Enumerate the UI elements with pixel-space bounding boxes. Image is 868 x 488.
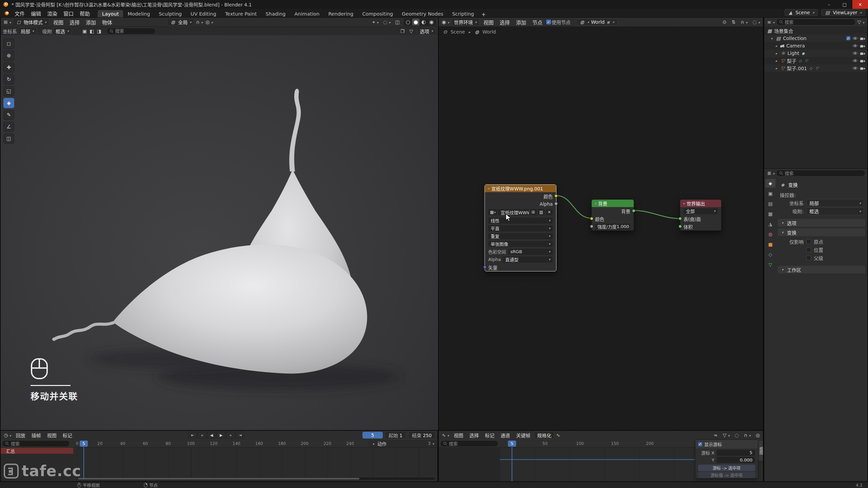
expand-icon[interactable]: ▸ <box>774 52 778 55</box>
graph-playhead[interactable]: 5 <box>508 441 516 447</box>
slot-icon-3[interactable]: ◨ <box>96 28 102 34</box>
workspace-tab[interactable]: Compositing <box>358 10 397 18</box>
close-button[interactable]: ✕ <box>852 0 868 9</box>
tab-tool[interactable]: ◈ <box>765 179 775 188</box>
projection-dropdown[interactable]: 平直▾ <box>488 225 553 231</box>
timeline-menu-item[interactable]: 回放 <box>13 432 28 439</box>
editor-type-icon[interactable]: ≡ ▾ <box>766 19 775 25</box>
topbar-menu-item[interactable]: 帮助 <box>77 10 93 17</box>
editor-type-icon[interactable]: ◷ ▾ <box>3 432 12 438</box>
filter-icon[interactable]: ▽ ▾ <box>856 19 865 25</box>
scale-tool[interactable]: ◱ <box>3 86 14 96</box>
collapse-icon[interactable]: ▾ <box>488 187 489 190</box>
outliner-row-pear-001[interactable]: ▸ ▽ 梨子.001 ◇ ▽ <box>764 64 867 72</box>
affect-parents-checkbox[interactable] <box>806 256 811 260</box>
editor-type-icon[interactable]: ⊞ ▾ <box>3 19 12 25</box>
sidebar-tab-view[interactable]: 视图 <box>758 441 763 461</box>
timeline-menu-item[interactable]: 视图 <box>44 432 60 439</box>
section-transform[interactable]: ▾变换 <box>778 228 865 236</box>
graph-menu-item[interactable]: 标记 <box>482 432 497 439</box>
hide-eye-icon[interactable] <box>852 66 858 70</box>
disable-render-icon[interactable] <box>860 44 865 48</box>
graph-menu-item[interactable]: 关键帧 <box>513 432 533 439</box>
affect-origins-checkbox[interactable] <box>806 239 811 244</box>
tab-scene[interactable]: ◮ <box>765 220 775 228</box>
prev-keyframe-button[interactable]: « <box>198 432 206 439</box>
surface-input-socket[interactable] <box>678 217 682 220</box>
jump-to-end-button[interactable]: ⇥ <box>236 432 244 439</box>
affect-locations-checkbox[interactable] <box>806 247 811 252</box>
slot-icon-2[interactable]: ◧ <box>88 28 95 34</box>
current-frame-field[interactable]: 5 <box>362 432 383 439</box>
jump-to-start-button[interactable]: ⇤ <box>188 432 197 439</box>
disable-render-icon[interactable] <box>860 37 865 40</box>
snap-icon[interactable]: ∩ ▾ <box>743 432 752 438</box>
dopesheet-search[interactable] <box>2 440 70 447</box>
topbar-menu-item[interactable]: 窗口 <box>60 10 77 17</box>
image-node-header[interactable]: ▾ 宣纸纹理WWW.png.001 <box>485 185 556 192</box>
node-menu-item[interactable]: 视图 <box>480 19 497 26</box>
pin-icon[interactable]: ⊙ <box>722 19 728 25</box>
color-output-socket[interactable] <box>554 194 558 198</box>
disable-render-icon[interactable] <box>860 66 865 70</box>
viewlayer-clear-icon[interactable]: ✕ <box>860 11 862 15</box>
rotate-tool[interactable]: ↻ <box>3 74 14 84</box>
show-cursor-checkbox[interactable]: ✓ <box>698 442 702 446</box>
add-cube-tool[interactable]: ◫ <box>3 134 14 144</box>
mode-dropdown[interactable]: ◻ 物体模式▾ <box>13 18 50 26</box>
pear-front-stem[interactable] <box>54 323 114 339</box>
transform-tool[interactable]: ◈ <box>3 98 14 108</box>
shader-type-dropdown[interactable]: 世界环境▾ <box>451 18 480 26</box>
strength-field[interactable]: 强度/力度 1.000 <box>595 224 630 230</box>
add-workspace-button[interactable]: + <box>478 12 489 18</box>
options-dropdown[interactable]: 选项▾ <box>417 27 436 35</box>
dopesheet-search-input[interactable] <box>11 441 62 446</box>
cursor-to-selection-button[interactable]: 游标 -> 选中项 <box>698 465 755 471</box>
outliner-row-collection[interactable]: ▾ ▤ Collection ✓ <box>764 35 867 42</box>
ghost-curves-icon[interactable]: ≈ <box>713 432 719 438</box>
strength-input-socket[interactable] <box>590 225 593 228</box>
workspace-tab[interactable]: Animation <box>290 10 324 18</box>
breadcrumb-world[interactable]: World <box>482 29 496 35</box>
vector-input-socket[interactable] <box>483 265 487 269</box>
properties-search[interactable] <box>776 170 865 177</box>
hide-eye-icon[interactable] <box>852 44 858 47</box>
proportional-icon[interactable]: ◎ <box>755 432 761 438</box>
timeline-ruler[interactable]: 020406080100120140160180200220240 ▸ 动作 3… <box>1 440 437 448</box>
outliner-row-pear[interactable]: ▸ ▽ 梨子 ◇ ▽ <box>764 57 867 64</box>
tab-output[interactable]: ▤ <box>765 199 775 208</box>
section-workspace[interactable]: ▾工作区 <box>778 266 865 273</box>
alpha-output-socket[interactable] <box>554 202 558 205</box>
play-button[interactable]: ▶ <box>217 432 225 439</box>
workspace-tab[interactable]: Shading <box>261 10 290 18</box>
volume-input-socket[interactable] <box>678 225 682 228</box>
tool-search-input[interactable] <box>115 28 153 34</box>
hide-eye-icon[interactable] <box>852 37 858 40</box>
workspace-tab[interactable]: Geometry Nodes <box>397 10 448 18</box>
use-nodes-checkbox[interactable]: ✓ <box>546 20 551 24</box>
tab-view-layer[interactable]: ▦ <box>765 209 775 218</box>
slot-icon-1[interactable]: ▣ <box>81 28 88 34</box>
node-menu-item[interactable]: 选择 <box>497 19 513 26</box>
node-menu-item[interactable]: 添加 <box>513 19 529 26</box>
unlink-world-icon[interactable]: ✕ <box>612 20 615 24</box>
colorspace-dropdown[interactable]: sRGB▾ <box>508 249 553 255</box>
graph-search-input[interactable] <box>449 441 490 446</box>
open-image-button[interactable]: ▨ <box>538 209 545 215</box>
background-output-socket[interactable] <box>632 209 635 212</box>
outliner-row-camera[interactable]: ▸ Camera <box>764 42 867 49</box>
select-box-tool[interactable]: ◻ <box>3 39 14 49</box>
hide-eye-icon[interactable] <box>852 52 858 55</box>
proportional-editing-icon[interactable]: ◎ ▾ <box>204 19 214 25</box>
background-node[interactable]: ▾ 背景 背景 颜色 强度/力度 1.000 <box>591 199 634 231</box>
properties-search-input[interactable] <box>785 171 862 176</box>
collection-checkbox[interactable]: ✓ <box>846 36 850 40</box>
workspace-tab[interactable]: Layout <box>98 10 123 18</box>
workspace-tab[interactable]: UV Editing <box>186 10 221 18</box>
source-dropdown[interactable]: 单张图像▾ <box>488 241 553 247</box>
move-tool[interactable]: ✚ <box>3 62 14 73</box>
world-output-node[interactable]: ▾ 世界输出 全部▾ 表(曲)面 体积 <box>680 199 722 231</box>
alpha-mode-dropdown[interactable]: 直通型▾ <box>503 257 553 263</box>
paste-icon[interactable]: ❐ <box>399 28 406 34</box>
overlays-icon[interactable]: ◌ ▾ <box>382 19 392 25</box>
